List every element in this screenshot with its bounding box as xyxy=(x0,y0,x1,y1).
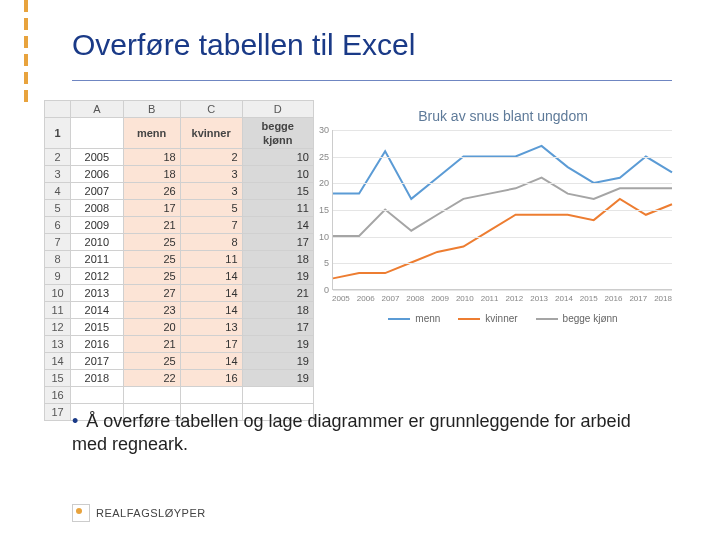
cell-menn: 25 xyxy=(123,353,180,370)
chart-title: Bruk av snus blant ungdom xyxy=(332,108,674,124)
chart-x-tick: 2018 xyxy=(654,294,672,303)
chart-x-tick: 2015 xyxy=(580,294,598,303)
table-row: 82011251118 xyxy=(45,251,314,268)
chart-y-tick: 25 xyxy=(311,152,329,162)
col-letter: A xyxy=(71,101,123,118)
cell-year: 2018 xyxy=(71,370,123,387)
chart-x-tick: 2012 xyxy=(505,294,523,303)
chart-x-tick: 2017 xyxy=(629,294,647,303)
chart-plot-area: 051015202530 xyxy=(332,130,672,290)
row-number: 16 xyxy=(45,387,71,404)
chart-container: Bruk av snus blant ungdom 051015202530 2… xyxy=(314,100,684,360)
legend-label: begge kjønn xyxy=(563,313,618,324)
column-letters-row: A B C D xyxy=(45,101,314,118)
table-row: 1mennkvinnerbegge kjønn xyxy=(45,118,314,149)
legend-label: kvinner xyxy=(485,313,517,324)
row-number: 3 xyxy=(45,166,71,183)
chart-gridline xyxy=(333,183,672,184)
legend-label: menn xyxy=(415,313,440,324)
chart-x-tick: 2010 xyxy=(456,294,474,303)
cell-kvinner: 14 xyxy=(180,353,242,370)
cell-kvinner: 14 xyxy=(180,302,242,319)
cell-kvinner: 7 xyxy=(180,217,242,234)
table-row: 7201025817 xyxy=(45,234,314,251)
chart-x-axis-labels: 2005200620072008200920102011201220132014… xyxy=(332,294,672,303)
legend-item: begge kjønn xyxy=(536,313,618,324)
cell-menn: 21 xyxy=(123,217,180,234)
chart-x-tick: 2007 xyxy=(382,294,400,303)
cell-year: 2015 xyxy=(71,319,123,336)
chart-x-tick: 2013 xyxy=(530,294,548,303)
chart-legend: mennkvinnerbegge kjønn xyxy=(332,313,674,324)
row-number: 11 xyxy=(45,302,71,319)
table-row: 4200726315 xyxy=(45,183,314,200)
cell-menn: 25 xyxy=(123,251,180,268)
cell-begge: 17 xyxy=(242,319,313,336)
legend-item: menn xyxy=(388,313,440,324)
row-number: 7 xyxy=(45,234,71,251)
cell-menn: 20 xyxy=(123,319,180,336)
excel-screenshot: A B C D 1mennkvinnerbegge kjønn220051821… xyxy=(44,100,684,360)
chart-x-tick: 2008 xyxy=(406,294,424,303)
cell-kvinner: 17 xyxy=(180,336,242,353)
chart-y-tick: 20 xyxy=(311,178,329,188)
table-row: 132016211719 xyxy=(45,336,314,353)
chart-y-tick: 5 xyxy=(311,258,329,268)
cell-begge: 19 xyxy=(242,370,313,387)
page-title: Overføre tabellen til Excel xyxy=(72,28,415,62)
footer-logo: REALFAGSLØYPER xyxy=(72,504,206,522)
cell-menn: 18 xyxy=(123,166,180,183)
cell-year: 2016 xyxy=(71,336,123,353)
row-number: 13 xyxy=(45,336,71,353)
legend-swatch-icon xyxy=(388,318,410,320)
cell-menn: 18 xyxy=(123,149,180,166)
cell-kvinner: 5 xyxy=(180,200,242,217)
cell-kvinner: 14 xyxy=(180,268,242,285)
cell-begge: 17 xyxy=(242,234,313,251)
chart-gridline xyxy=(333,237,672,238)
header-cell: menn xyxy=(123,118,180,149)
row-number: 17 xyxy=(45,404,71,421)
row-number: 2 xyxy=(45,149,71,166)
chart-gridline xyxy=(333,130,672,131)
table-row: 3200618310 xyxy=(45,166,314,183)
table-row: 122015201317 xyxy=(45,319,314,336)
cell-year: 2014 xyxy=(71,302,123,319)
chart-x-tick: 2014 xyxy=(555,294,573,303)
bullet-dot-icon: • xyxy=(72,411,78,431)
chart-gridline xyxy=(333,157,672,158)
cell-begge: 19 xyxy=(242,353,313,370)
cell-kvinner: 3 xyxy=(180,183,242,200)
cell-year: 2013 xyxy=(71,285,123,302)
corner-cell xyxy=(45,101,71,118)
chart-y-tick: 10 xyxy=(311,232,329,242)
cell-menn: 26 xyxy=(123,183,180,200)
cell-kvinner: 3 xyxy=(180,166,242,183)
chart-y-tick: 15 xyxy=(311,205,329,215)
chart-x-tick: 2005 xyxy=(332,294,350,303)
row-number: 15 xyxy=(45,370,71,387)
cell-kvinner: 16 xyxy=(180,370,242,387)
cell-kvinner: 8 xyxy=(180,234,242,251)
title-divider xyxy=(72,80,672,81)
cell-menn: 25 xyxy=(123,234,180,251)
row-number: 14 xyxy=(45,353,71,370)
chart-gridline xyxy=(333,210,672,211)
cell-menn: 17 xyxy=(123,200,180,217)
col-letter: D xyxy=(242,101,313,118)
chart-y-tick: 0 xyxy=(311,285,329,295)
cell-menn: 21 xyxy=(123,336,180,353)
cell-menn: 25 xyxy=(123,268,180,285)
row-number: 10 xyxy=(45,285,71,302)
cell-begge: 10 xyxy=(242,166,313,183)
cell-kvinner: 13 xyxy=(180,319,242,336)
bullet-text: Å overføre tabellen og lage diagrammer e… xyxy=(72,411,631,454)
chart-x-tick: 2009 xyxy=(431,294,449,303)
logo-text: REALFAGSLØYPER xyxy=(96,507,206,519)
table-row: 2200518210 xyxy=(45,149,314,166)
cell-year: 2009 xyxy=(71,217,123,234)
table-row: 152018221619 xyxy=(45,370,314,387)
legend-item: kvinner xyxy=(458,313,517,324)
spreadsheet: A B C D 1mennkvinnerbegge kjønn220051821… xyxy=(44,100,314,421)
cell-year: 2005 xyxy=(71,149,123,166)
